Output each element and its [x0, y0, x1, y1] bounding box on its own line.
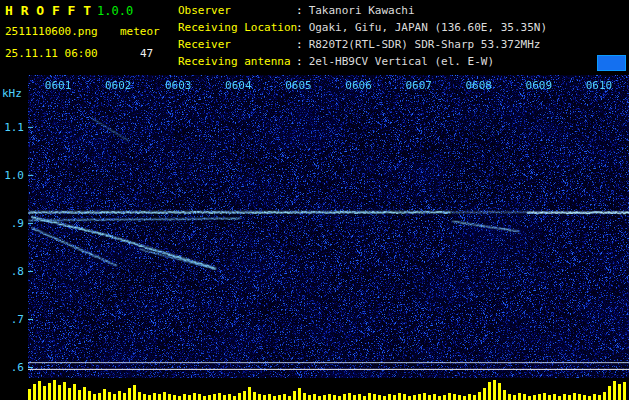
y-axis-unit-label: kHz: [2, 87, 22, 100]
x-tick-label: 0603: [165, 79, 192, 92]
datetime-label: 25.11.11 06:00: [5, 47, 98, 60]
activity-graph: [0, 378, 629, 400]
mode-label: meteor: [120, 25, 160, 38]
y-tick-label: 1.0: [0, 169, 24, 182]
station-value: Ogaki, Gifu, JAPAN (136.60E, 35.35N): [309, 21, 547, 34]
x-tick-label: 0605: [285, 79, 312, 92]
x-tick-label: 0602: [105, 79, 132, 92]
station-row-receiver: Receiver:R820T2(RTL-SDR) SDR-Sharp 53.37…: [178, 36, 547, 53]
colon-separator: :: [296, 55, 303, 68]
header: H R O F F T 1.0.0 2511110600.png meteor …: [0, 0, 629, 75]
output-filename: 2511110600.png: [5, 25, 98, 38]
echo-count: 47: [140, 47, 153, 60]
activity-canvas: [28, 378, 629, 400]
station-label: Receiving antenna: [178, 53, 296, 70]
x-tick-label: 0610: [586, 79, 613, 92]
station-label: Receiver: [178, 36, 296, 53]
program-title: H R O F F T: [5, 3, 91, 18]
y-tick-label: .7: [0, 313, 24, 326]
colon-separator: :: [296, 21, 303, 34]
spectrogram-canvas: [28, 75, 629, 378]
y-tick-label: .6: [0, 361, 24, 374]
colon-separator: :: [296, 38, 303, 51]
station-value: R820T2(RTL-SDR) SDR-Sharp 53.372MHz: [309, 38, 541, 51]
program-info: H R O F F T 1.0.0 2511110600.png meteor …: [0, 0, 178, 75]
x-tick-label: 0601: [45, 79, 72, 92]
station-label: Receiving Location: [178, 19, 296, 36]
spectrogram: kHz 060106020603060406050606060706080609…: [0, 75, 629, 378]
x-tick-label: 0608: [466, 79, 493, 92]
station-value: 2el-HB9CV Vertical (el. E-W): [309, 55, 494, 68]
station-row-location: Receiving Location:Ogaki, Gifu, JAPAN (1…: [178, 19, 547, 36]
x-tick-label: 0606: [345, 79, 372, 92]
station-label: Observer: [178, 2, 296, 19]
y-tick-label: .9: [0, 217, 24, 230]
hrofft-screen: H R O F F T 1.0.0 2511110600.png meteor …: [0, 0, 629, 400]
station-row-antenna: Receiving antenna:2el-HB9CV Vertical (el…: [178, 53, 547, 70]
colon-separator: :: [296, 4, 303, 17]
x-tick-label: 0604: [225, 79, 252, 92]
station-info: Observer:Takanori Kawachi Receiving Loca…: [178, 2, 547, 70]
y-tick-label: .8: [0, 265, 24, 278]
signal-indicator: [597, 55, 626, 71]
x-tick-label: 0607: [405, 79, 432, 92]
program-version: 1.0.0: [97, 4, 133, 18]
station-value: Takanori Kawachi: [309, 4, 415, 17]
y-tick-label: 1.1: [0, 121, 24, 134]
x-tick-label: 0609: [526, 79, 553, 92]
station-row-observer: Observer:Takanori Kawachi: [178, 2, 547, 19]
